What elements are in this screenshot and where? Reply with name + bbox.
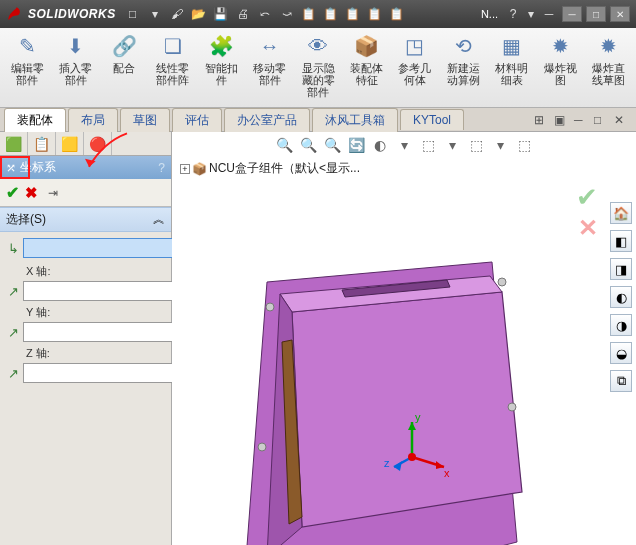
- quick-icon-9[interactable]: 📋: [322, 5, 340, 23]
- doc-grid-icon[interactable]: ⊞: [534, 113, 548, 127]
- selection-section-header[interactable]: 选择(S) ︽: [0, 207, 171, 232]
- ribbon-button-11[interactable]: ✹爆炸视 图: [539, 32, 581, 103]
- view-tool-2[interactable]: 🔍: [323, 136, 341, 154]
- tab-装配体[interactable]: 装配体: [4, 108, 66, 132]
- ribbon-button-12[interactable]: ✹爆炸直 线草图: [588, 32, 630, 103]
- tab-沐风工具箱[interactable]: 沐风工具箱: [312, 108, 398, 132]
- z-axis-input[interactable]: [23, 363, 183, 383]
- tab-布局[interactable]: 布局: [68, 108, 118, 132]
- window-controls: ─ □ ✕: [562, 6, 630, 22]
- quick-icon-3[interactable]: 📂: [190, 5, 208, 23]
- ribbon-button-2[interactable]: 🔗配合: [103, 32, 145, 103]
- tab-草图[interactable]: 草图: [120, 108, 170, 132]
- panel-tab-config[interactable]: 📋: [28, 132, 56, 155]
- doc-close-icon[interactable]: ✕: [614, 113, 628, 127]
- quick-icon-7[interactable]: ⤻: [278, 5, 296, 23]
- minimize-button[interactable]: ─: [562, 6, 582, 22]
- selection-section-body: ↳ X 轴: ↗ Y 轴: ↗ Z 轴: ↗: [0, 232, 171, 393]
- ribbon-label-10: 材料明 细表: [495, 62, 528, 86]
- view-tool-7[interactable]: ▾: [443, 136, 461, 154]
- ribbon-label-11: 爆炸视 图: [544, 62, 577, 86]
- model-3d: y x z y x z: [222, 212, 622, 545]
- ribbon-icon-9: ⟲: [449, 32, 477, 60]
- view-tool-1[interactable]: 🔍: [299, 136, 317, 154]
- ribbon-button-1[interactable]: ⬇插入零 部件: [54, 32, 96, 103]
- close-button[interactable]: ✕: [610, 6, 630, 22]
- quick-icon-5[interactable]: 🖨: [234, 5, 252, 23]
- triad-x-label: x: [444, 467, 450, 479]
- tree-expand-icon[interactable]: +: [180, 164, 190, 174]
- ribbon-label-7: 装配体 特征: [350, 62, 383, 86]
- view-tool-9[interactable]: ▾: [491, 136, 509, 154]
- view-tool-5[interactable]: ▾: [395, 136, 413, 154]
- quick-icon-10[interactable]: 📋: [344, 5, 362, 23]
- ribbon-button-7[interactable]: 📦装配体 特征: [345, 32, 387, 103]
- tree-root-label: NCU盒子组件（默认<显示...: [209, 160, 360, 177]
- doc-box-icon[interactable]: ▣: [554, 113, 568, 127]
- quick-icon-11[interactable]: 📋: [366, 5, 384, 23]
- view-tool-6[interactable]: ⬚: [419, 136, 437, 154]
- view-toolbar: 🔍🔍🔍🔄◐▾⬚▾⬚▾⬚: [275, 136, 533, 154]
- collapse-icon[interactable]: ︽: [153, 211, 165, 228]
- quick-icon-1[interactable]: ▾: [146, 5, 164, 23]
- quick-access-toolbar: □▾🖌📂💾🖨⤺⤻📋📋📋📋📋: [124, 5, 406, 23]
- ok-button[interactable]: ✔: [6, 183, 19, 202]
- ribbon-label-2: 配合: [113, 62, 135, 74]
- z-axis-row: ↗: [8, 363, 163, 383]
- tab-办公室产品[interactable]: 办公室产品: [224, 108, 310, 132]
- origin-input[interactable]: [23, 238, 183, 258]
- y-arrow-icon: ↗: [8, 325, 19, 340]
- feature-tree-root[interactable]: + 📦 NCU盒子组件（默认<显示...: [180, 160, 360, 177]
- triad-y-label: y: [415, 411, 421, 423]
- ribbon-button-3[interactable]: ❏线性零 部件阵: [151, 32, 193, 103]
- quick-icon-6[interactable]: ⤺: [256, 5, 274, 23]
- ribbon-button-6[interactable]: 👁显示隐 藏的零 部件: [297, 32, 339, 103]
- confirm-ok-icon[interactable]: ✔: [576, 182, 598, 213]
- help-icon[interactable]: ?: [504, 5, 522, 23]
- dropdown-icon[interactable]: ▾: [522, 5, 540, 23]
- ribbon-button-10[interactable]: ▦材料明 细表: [491, 32, 533, 103]
- quick-icon-8[interactable]: 📋: [300, 5, 318, 23]
- graphics-viewport[interactable]: 🔍🔍🔍🔄◐▾⬚▾⬚▾⬚ + 📦 NCU盒子组件（默认<显示... ✔ ✕ 🏠◧◨…: [172, 132, 636, 545]
- x-axis-row: ↗: [8, 281, 163, 301]
- ribbon-button-0[interactable]: ✎编辑零 部件: [6, 32, 48, 103]
- ribbon-button-9[interactable]: ⟲新建运 动算例: [442, 32, 484, 103]
- view-tool-4[interactable]: ◐: [371, 136, 389, 154]
- quick-icon-2[interactable]: 🖌: [168, 5, 186, 23]
- panel-tab-assembly[interactable]: 🟩: [0, 132, 28, 155]
- title-bar: SOLIDWORKS □▾🖌📂💾🖨⤺⤻📋📋📋📋📋 N... ? ▾ ─ ─ □ …: [0, 0, 636, 28]
- y-axis-input[interactable]: [23, 322, 183, 342]
- x-arrow-icon: ↗: [8, 284, 19, 299]
- svg-point-17: [408, 453, 416, 461]
- ribbon-button-5[interactable]: ↔移动零 部件: [248, 32, 290, 103]
- tab-KYTool[interactable]: KYTool: [400, 109, 464, 130]
- view-tool-3[interactable]: 🔄: [347, 136, 365, 154]
- ribbon-button-4[interactable]: 🧩智能扣 件: [200, 32, 242, 103]
- ribbon-icon-4: 🧩: [207, 32, 235, 60]
- tab-评估[interactable]: 评估: [172, 108, 222, 132]
- panel-help-icon[interactable]: ?: [158, 161, 165, 175]
- maximize-button[interactable]: □: [586, 6, 606, 22]
- view-tool-0[interactable]: 🔍: [275, 136, 293, 154]
- panel-tab-property[interactable]: 🟨: [56, 132, 84, 155]
- ribbon-label-6: 显示隐 藏的零 部件: [302, 62, 335, 98]
- ribbon-label-4: 智能扣 件: [205, 62, 238, 86]
- pin-button[interactable]: ⇥: [48, 186, 58, 200]
- quick-icon-4[interactable]: 💾: [212, 5, 230, 23]
- quick-icon-12[interactable]: 📋: [388, 5, 406, 23]
- svg-marker-1: [292, 292, 522, 527]
- x-axis-input[interactable]: [23, 281, 183, 301]
- ribbon-button-8[interactable]: ◳参考几 何体: [394, 32, 436, 103]
- ribbon-icon-0: ✎: [13, 32, 41, 60]
- panel-tab-appearance[interactable]: 🔴: [84, 132, 112, 155]
- view-tool-10[interactable]: ⬚: [515, 136, 533, 154]
- doc-title: N...: [481, 8, 498, 20]
- doc-max-icon[interactable]: □: [594, 113, 608, 127]
- quick-icon-0[interactable]: □: [124, 5, 142, 23]
- doc-min-icon[interactable]: ─: [574, 113, 588, 127]
- view-tool-8[interactable]: ⬚: [467, 136, 485, 154]
- cancel-button[interactable]: ✖: [25, 184, 38, 202]
- main-area: 🟩 📋 🟨 🔴 ⤱ 坐标系 ? ✔ ✖ ⇥ 选择(S) ︽ ↳ X 轴:: [0, 132, 636, 545]
- panel-title: 坐标系: [20, 159, 56, 176]
- ribbon-label-0: 编辑零 部件: [11, 62, 44, 86]
